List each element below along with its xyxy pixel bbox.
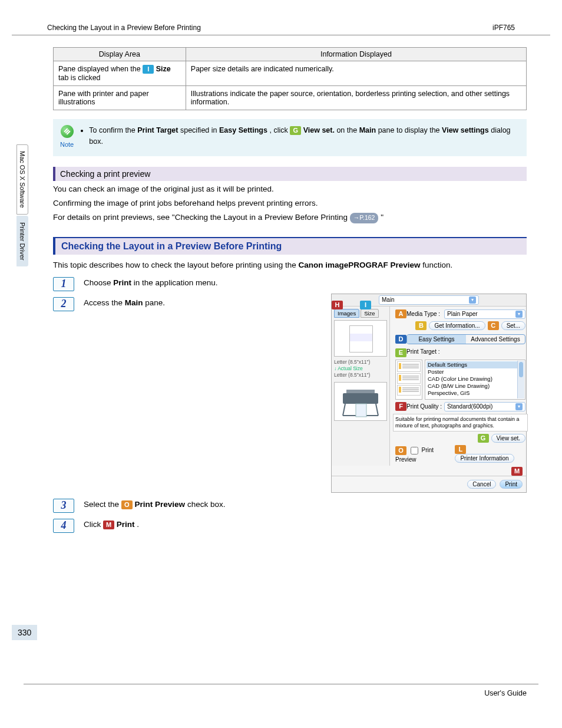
callout-I2: I (360, 301, 371, 309)
callout-E: E (395, 348, 406, 357)
callout-G: G (290, 126, 301, 135)
step-num-1: 1 (53, 277, 74, 291)
th-info-displayed: Information Displayed (186, 48, 526, 61)
quality-combo[interactable]: Standard(600dpi) ▾ (444, 402, 525, 411)
callout-O: O (395, 446, 406, 455)
callout-A: A (395, 309, 406, 318)
side-tab-driver[interactable]: Printer Driver (16, 216, 28, 267)
preview-pane (334, 320, 387, 357)
callout-D: D (395, 335, 406, 344)
printer-illustration (334, 382, 387, 421)
callout-M: M (511, 467, 523, 476)
tab-size[interactable]: Size (361, 309, 378, 318)
step-2: Access the Main pane. Main ▾ H I (84, 297, 527, 493)
media-type-combo[interactable]: Plain Paper ▾ (444, 309, 525, 319)
print-dialog-screenshot: Main ▾ H I Images Size Let (331, 294, 527, 493)
callout-C: C (488, 321, 499, 330)
side-tabs: Mac OS X Software Printer Driver (16, 144, 29, 268)
chevron-down-icon: ▾ (515, 403, 523, 410)
step-4: Click M Print . (84, 519, 527, 529)
print-button[interactable]: Print (500, 480, 523, 489)
body-3: For details on print previews, see "Chec… (53, 212, 527, 223)
body-1: You can check an image of the original j… (53, 183, 527, 195)
print-target-list[interactable]: Default Settings Poster CAD (Color Line … (425, 360, 525, 400)
callout-G2: G (478, 434, 489, 443)
scrollbar[interactable] (517, 361, 524, 398)
settings-segmented[interactable]: Easy Settings Advanced Settings (406, 334, 525, 344)
callout-F: F (395, 402, 406, 411)
chevron-down-icon: ▾ (469, 297, 476, 304)
section-check-preview: Checking a print preview (53, 167, 527, 181)
step-num-3: 3 (53, 499, 74, 513)
note-box: Note To confirm the Print Target specifi… (53, 119, 527, 156)
svg-rect-1 (346, 390, 375, 393)
svg-rect-0 (343, 393, 378, 404)
td-r1c1: Pane displayed when the I Size tab is cl… (54, 61, 186, 86)
svg-line-2 (343, 404, 345, 416)
th-display-area: Display Area (54, 48, 186, 61)
step-num-4: 4 (53, 519, 74, 533)
step-1: Choose Print in the application menu. (84, 277, 527, 287)
view-set-button[interactable]: View set. (491, 434, 525, 443)
info-table: Display Area Information Displayed Pane … (53, 47, 527, 110)
svg-rect-5 (356, 404, 366, 417)
td-r2c1: Pane with printer and paper illustration… (54, 86, 186, 110)
target-thumbs (395, 360, 422, 400)
header-right: iPF765 (492, 24, 515, 32)
callout-M2: M (103, 521, 114, 529)
set-button[interactable]: Set... (501, 321, 525, 330)
printer-info-button[interactable]: Printer Information (455, 454, 514, 463)
dlg-header-combo[interactable]: Main ▾ (379, 295, 479, 305)
note-text: To confirm the Print Target specified in… (80, 125, 520, 147)
callout-O2: O (121, 500, 133, 509)
step-num-2: 2 (53, 297, 74, 311)
quality-desc: Suitable for printing normal documents t… (393, 414, 528, 431)
callout-L: L (455, 445, 466, 454)
callout-H: H (332, 301, 343, 309)
major-heading: Checking the Layout in a Preview Before … (53, 238, 527, 255)
note-label: Note (60, 141, 74, 148)
tab-images[interactable]: Images (334, 309, 359, 318)
body-2: Confirming the image of print jobs befor… (53, 197, 527, 209)
intro: This topic describes how to check the la… (53, 259, 527, 271)
header-left: Checking the Layout in a Preview Before … (47, 24, 201, 32)
chevron-down-icon: ▾ (515, 311, 523, 318)
svg-line-3 (376, 404, 378, 416)
td-r1c2: Paper size details are indicated numeric… (186, 61, 526, 86)
note-icon (61, 125, 74, 138)
side-tab-software[interactable]: Mac OS X Software (16, 144, 28, 215)
callout-B: B (415, 321, 427, 330)
get-info-button[interactable]: Get Information... (429, 321, 485, 330)
step-3: Select the O Print Preview check box. (84, 499, 527, 509)
print-preview-checkbox[interactable] (411, 447, 418, 454)
cancel-button[interactable]: Cancel (467, 480, 496, 489)
callout-I: I (143, 65, 154, 74)
td-r2c2: Illustrations indicate the paper source,… (186, 86, 526, 110)
page-ref-p162[interactable]: →P.162 (350, 213, 379, 223)
